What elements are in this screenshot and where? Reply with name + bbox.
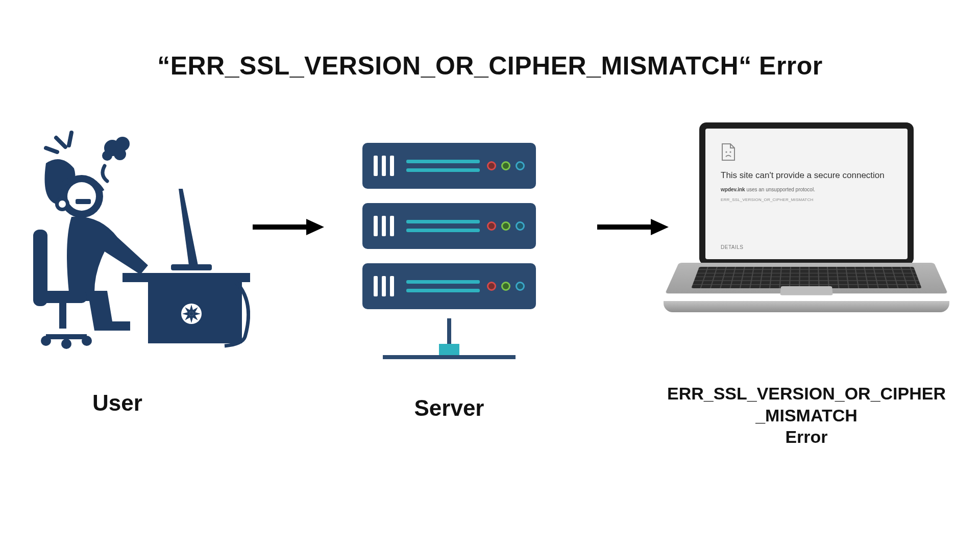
error-heading: This site can't provide a secure connect… (721, 170, 892, 181)
svg-point-25 (725, 151, 727, 153)
frustrated-user-icon (15, 128, 250, 352)
details-link[interactable]: DETAILS (721, 244, 743, 250)
rack-vents-icon (374, 276, 394, 296)
broken-file-icon (721, 143, 736, 161)
rack-activity-lines-icon (406, 160, 480, 172)
diagram-title: “ERR_SSL_VERSION_OR_CIPHER_MISMATCH“ Err… (0, 51, 980, 81)
led-green-icon (501, 282, 510, 291)
error-label-line2: _MISMATCH (755, 406, 857, 425)
svg-point-26 (729, 151, 731, 153)
led-green-icon (501, 221, 510, 231)
svg-point-3 (102, 151, 112, 161)
svg-rect-20 (171, 264, 212, 270)
laptop-bezel: This site can't provide a secure connect… (699, 122, 914, 265)
svg-rect-10 (41, 291, 87, 303)
diagram-stage: User (0, 128, 980, 413)
led-red-icon (487, 282, 496, 291)
led-red-icon (487, 221, 496, 231)
error-label-line1: ERR_SSL_VERSION_OR_CIPHER (667, 384, 946, 403)
svg-point-13 (61, 339, 71, 349)
svg-point-5 (67, 182, 96, 211)
error-code: ERR_SSL_VERSION_OR_CIPHER_MISMATCH (721, 197, 892, 202)
rack-leds (487, 221, 525, 231)
rack-vents-icon (374, 216, 394, 236)
laptop-error-screen: This site can't provide a secure connect… (664, 122, 949, 337)
rack-leds (487, 161, 525, 170)
led-green-icon (501, 161, 510, 170)
user-label: User (0, 390, 235, 416)
svg-point-19 (189, 312, 193, 316)
server-rack-unit (362, 263, 536, 309)
svg-point-14 (82, 336, 92, 346)
error-domain: wpdev.ink (721, 187, 745, 192)
svg-point-2 (114, 148, 126, 160)
svg-rect-6 (76, 199, 91, 204)
led-blue-icon (516, 161, 525, 170)
server-rack-unit (362, 143, 536, 189)
rack-activity-lines-icon (406, 280, 480, 292)
server-stand-icon (383, 323, 516, 359)
arrow-user-to-server-icon (253, 217, 324, 237)
server-stack (347, 143, 551, 367)
server-rack-unit (362, 203, 536, 249)
svg-marker-22 (306, 219, 324, 235)
led-blue-icon (516, 282, 525, 291)
error-message-suffix: uses an unsupported protocol. (745, 187, 815, 192)
rack-leds (487, 282, 525, 291)
error-label-line3: Error (658, 426, 954, 448)
led-red-icon (487, 161, 496, 170)
svg-rect-11 (59, 303, 66, 329)
svg-point-8 (59, 201, 66, 208)
server-label: Server (347, 395, 551, 421)
browser-error-page: This site can't provide a secure connect… (705, 129, 908, 259)
rack-activity-lines-icon (406, 220, 480, 232)
rack-vents-icon (374, 156, 394, 176)
laptop-keyboard-icon (664, 263, 949, 329)
svg-point-12 (41, 336, 51, 346)
error-label: ERR_SSL_VERSION_OR_CIPHER _MISMATCH Erro… (658, 383, 954, 448)
user-figure (15, 128, 250, 352)
arrow-server-to-error-icon (597, 217, 669, 237)
error-subtext: wpdev.ink uses an unsupported protocol. (721, 187, 892, 192)
led-blue-icon (516, 221, 525, 231)
svg-rect-15 (122, 273, 250, 282)
